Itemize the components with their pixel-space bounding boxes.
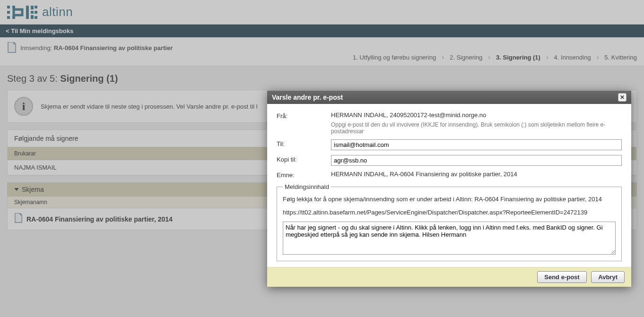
from-label: Frå: bbox=[277, 111, 331, 120]
close-icon[interactable]: ✕ bbox=[618, 93, 627, 102]
subject-value: HERMANN INDAHL, RA-0604 Finansiering av … bbox=[331, 171, 622, 178]
message-line1: Følg lekkja for å opne skjema/innsending… bbox=[283, 195, 616, 204]
modal-title: Varsle andre pr. e-post bbox=[272, 94, 343, 101]
cc-input[interactable] bbox=[331, 155, 622, 166]
to-input[interactable] bbox=[331, 139, 622, 150]
message-textarea[interactable] bbox=[283, 222, 616, 255]
message-link: https://tt02.altinn.basefarm.net/Pages/S… bbox=[283, 208, 616, 217]
message-fieldset: Meldingsinnhald Følg lekkja for å opne s… bbox=[277, 183, 622, 261]
from-text: HERMANN INDAHL, 24095200172-test@minid.n… bbox=[331, 111, 486, 119]
cc-label: Kopi til: bbox=[277, 155, 331, 163]
to-label: Til: bbox=[277, 139, 331, 147]
send-email-button[interactable]: Send e-post bbox=[537, 271, 586, 283]
fieldset-legend: Meldingsinnhald bbox=[283, 183, 331, 190]
modal-email: Varsle andre pr. e-post ✕ Frå: HERMANN I… bbox=[267, 91, 631, 287]
subject-label: Emne: bbox=[277, 171, 331, 179]
modal-footer: Send e-post Avbryt bbox=[267, 267, 631, 287]
modal-header: Varsle andre pr. e-post ✕ bbox=[267, 91, 631, 104]
modal-body: Frå: HERMANN INDAHL, 24095200172-test@mi… bbox=[267, 104, 631, 267]
from-hint: Oppgi e-post til den du vil involvere (I… bbox=[331, 121, 622, 135]
from-value: HERMANN INDAHL, 24095200172-test@minid.n… bbox=[331, 111, 622, 135]
cancel-button[interactable]: Avbryt bbox=[591, 271, 625, 283]
